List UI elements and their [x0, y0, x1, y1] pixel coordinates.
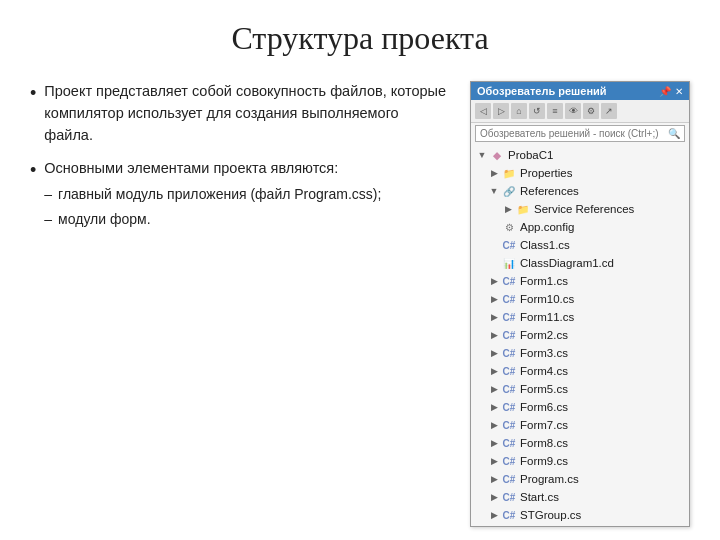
sub-text-1: главный модуль приложения (файл Program.… [58, 184, 381, 205]
expand-references: ▼ [487, 184, 501, 198]
se-item-class1[interactable]: C# Class1.cs [471, 236, 689, 254]
cs-icon-program: C# [501, 471, 517, 487]
sub-text-2: модули форм. [58, 209, 150, 230]
expand-classdiagram [487, 256, 501, 270]
se-item-form11[interactable]: ▶ C# Form11.cs [471, 308, 689, 326]
form8-label: Form8.cs [520, 437, 568, 449]
folder-icon-properties: 📁 [501, 165, 517, 181]
se-item-stgroup[interactable]: ▶ C# STGroup.cs [471, 506, 689, 524]
expand-form6: ▶ [487, 400, 501, 414]
form5-label: Form5.cs [520, 383, 568, 395]
bullet-item-2-content: Основными элементами проекта являются: –… [44, 158, 381, 234]
tb-back[interactable]: ◁ [475, 103, 491, 119]
se-tree: ▼ ◆ ProbaC1 ▶ 📁 Properties ▼ 🔗 Reference… [471, 144, 689, 526]
bullet-item-1: • Проект представляет собой совокупность… [30, 81, 450, 146]
expand-form10: ▶ [487, 292, 501, 306]
stgroup-label: STGroup.cs [520, 509, 581, 521]
se-item-program[interactable]: ▶ C# Program.cs [471, 470, 689, 488]
program-label: Program.cs [520, 473, 579, 485]
expand-class1 [487, 238, 501, 252]
bullet-dot-2: • [30, 160, 36, 182]
tb-collapse[interactable]: ≡ [547, 103, 563, 119]
folder-icon-service-ref: 📁 [515, 201, 531, 217]
project-name: ProbaC1 [508, 149, 553, 161]
expand-form11: ▶ [487, 310, 501, 324]
solution-explorer: Обозреватель решений 📌 ✕ ◁ ▷ ⌂ ↺ ≡ 👁 ⚙ ↗… [470, 81, 690, 527]
expand-form1: ▶ [487, 274, 501, 288]
tb-refresh[interactable]: ↺ [529, 103, 545, 119]
classdiagram-label: ClassDiagram1.cd [520, 257, 614, 269]
bullet-text-2: Основными элементами проекта являются: [44, 160, 338, 176]
text-section: • Проект представляет собой совокупность… [30, 81, 450, 246]
start-label: Start.cs [520, 491, 559, 503]
se-item-form10[interactable]: ▶ C# Form10.cs [471, 290, 689, 308]
expand-form5: ▶ [487, 382, 501, 396]
se-item-form8[interactable]: ▶ C# Form8.cs [471, 434, 689, 452]
expand-form3: ▶ [487, 346, 501, 360]
ref-icon-references: 🔗 [501, 183, 517, 199]
se-item-app-config[interactable]: ⚙ App.config [471, 218, 689, 236]
se-item-references[interactable]: ▼ 🔗 References [471, 182, 689, 200]
expand-form2: ▶ [487, 328, 501, 342]
form11-label: Form11.cs [520, 311, 574, 323]
cs-icon-form6: C# [501, 399, 517, 415]
se-item-start[interactable]: ▶ C# Start.cs [471, 488, 689, 506]
close-icon[interactable]: ✕ [675, 86, 683, 97]
se-item-classdiagram[interactable]: 📊 ClassDiagram1.cd [471, 254, 689, 272]
bullet-dot-1: • [30, 83, 36, 105]
se-item-form3[interactable]: ▶ C# Form3.cs [471, 344, 689, 362]
tb-preview[interactable]: ↗ [601, 103, 617, 119]
content-area: • Проект представляет собой совокупность… [30, 81, 690, 527]
expand-form8: ▶ [487, 436, 501, 450]
se-project-root[interactable]: ▼ ◆ ProbaC1 [471, 146, 689, 164]
form10-label: Form10.cs [520, 293, 574, 305]
sub-list: – главный модуль приложения (файл Progra… [44, 184, 381, 230]
dash-2: – [44, 209, 52, 230]
bullet-item-2: • Основными элементами проекта являются:… [30, 158, 450, 234]
se-item-form2[interactable]: ▶ C# Form2.cs [471, 326, 689, 344]
expand-stgroup: ▶ [487, 508, 501, 522]
tb-properties[interactable]: ⚙ [583, 103, 599, 119]
dash-1: – [44, 184, 52, 205]
tb-forward[interactable]: ▷ [493, 103, 509, 119]
se-item-properties[interactable]: ▶ 📁 Properties [471, 164, 689, 182]
cs-icon-form4: C# [501, 363, 517, 379]
expand-app-config [487, 220, 501, 234]
form4-label: Form4.cs [520, 365, 568, 377]
se-item-form9[interactable]: ▶ C# Form9.cs [471, 452, 689, 470]
expand-form9: ▶ [487, 454, 501, 468]
se-item-form7[interactable]: ▶ C# Form7.cs [471, 416, 689, 434]
expand-project: ▼ [475, 148, 489, 162]
bullet-text-1: Проект представляет собой совокупность ф… [44, 81, 450, 146]
cs-icon-form10: C# [501, 291, 517, 307]
form6-label: Form6.cs [520, 401, 568, 413]
expand-program: ▶ [487, 472, 501, 486]
se-search-bar[interactable]: 🔍 [475, 125, 685, 142]
form7-label: Form7.cs [520, 419, 568, 431]
se-search-input[interactable] [480, 128, 668, 139]
se-item-form4[interactable]: ▶ C# Form4.cs [471, 362, 689, 380]
se-item-form6[interactable]: ▶ C# Form6.cs [471, 398, 689, 416]
bullet-list: • Проект представляет собой совокупность… [30, 81, 450, 234]
pin-icon[interactable]: 📌 [659, 86, 671, 97]
form3-label: Form3.cs [520, 347, 568, 359]
tb-show-all[interactable]: 👁 [565, 103, 581, 119]
expand-form7: ▶ [487, 418, 501, 432]
cs-icon-form2: C# [501, 327, 517, 343]
form1-label: Form1.cs [520, 275, 568, 287]
cs-icon-form9: C# [501, 453, 517, 469]
class1-label: Class1.cs [520, 239, 570, 251]
form9-label: Form9.cs [520, 455, 568, 467]
cs-icon-form11: C# [501, 309, 517, 325]
se-item-service-references[interactable]: ▶ 📁 Service References [471, 200, 689, 218]
properties-label: Properties [520, 167, 572, 179]
sub-item-2: – модули форм. [44, 209, 381, 230]
tb-home[interactable]: ⌂ [511, 103, 527, 119]
se-item-form1[interactable]: ▶ C# Form1.cs [471, 272, 689, 290]
se-toolbar: ◁ ▷ ⌂ ↺ ≡ 👁 ⚙ ↗ [471, 100, 689, 123]
cs-icon-form8: C# [501, 435, 517, 451]
cs-icon-class1: C# [501, 237, 517, 253]
app-config-label: App.config [520, 221, 574, 233]
se-item-form5[interactable]: ▶ C# Form5.cs [471, 380, 689, 398]
cs-icon-form5: C# [501, 381, 517, 397]
